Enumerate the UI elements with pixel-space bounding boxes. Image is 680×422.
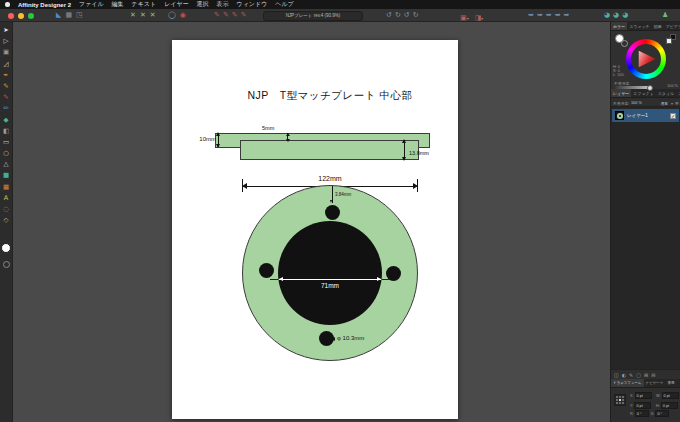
box-select-tool-icon[interactable]: ▣ xyxy=(2,48,11,56)
rectangle-tool-icon[interactable]: ▭ xyxy=(2,138,11,146)
menu-item[interactable]: テキスト xyxy=(132,0,157,9)
arrange-group-icon[interactable]: ➥ xyxy=(564,9,570,22)
layer-name[interactable]: レイヤー1 xyxy=(627,113,648,118)
snap-toggle-icon[interactable]: ✕ xyxy=(130,9,136,22)
panel-tab[interactable]: カラー xyxy=(611,22,627,30)
dropdown-caret-icon[interactable]: ▾ xyxy=(481,16,483,21)
layer-row[interactable]: レイヤー1 ✓ xyxy=(612,109,679,122)
snap-grid-icon[interactable]: ✕ xyxy=(150,9,156,22)
field-input[interactable]: 0 pt xyxy=(634,402,651,409)
app-menu-title[interactable]: Affinity Designer 2 xyxy=(18,2,71,8)
arrange-front-icon[interactable]: ➥ xyxy=(528,9,534,22)
view-tool-icon[interactable]: ◇ xyxy=(2,216,11,224)
field-input[interactable]: 0 pt xyxy=(662,392,679,399)
group-layers-icon[interactable]: ▢ xyxy=(636,372,641,378)
canvas-area[interactable]: NJP T型マッチプレート 中心部 10mm 5mm 13.8mm xyxy=(13,22,610,422)
menu-item[interactable]: 表示 xyxy=(217,0,229,9)
dim-label-step[interactable]: 5mm xyxy=(262,125,274,131)
fill-color-well[interactable] xyxy=(1,243,11,253)
artboard-page[interactable]: NJP T型マッチプレート 中心部 10mm 5mm 13.8mm xyxy=(172,40,458,419)
color-wheel[interactable] xyxy=(626,39,666,79)
panel-tab[interactable]: レイヤー xyxy=(611,89,631,97)
stroke-color-well[interactable] xyxy=(3,261,10,268)
panel-tab[interactable]: アピアランス xyxy=(664,22,680,30)
opacity-slider[interactable] xyxy=(615,86,651,89)
pen-mode-icon[interactable]: ✎ xyxy=(232,9,238,22)
ellipse-tool-icon[interactable]: ○ xyxy=(2,149,11,157)
pixel-persona-icon[interactable]: ▦ xyxy=(65,9,72,22)
panel-tab[interactable]: ストック xyxy=(676,89,680,97)
layer-effects-icon[interactable]: ✎ xyxy=(629,372,633,378)
preview-mode-icon[interactable]: ◕ xyxy=(604,9,610,22)
menu-item[interactable]: レイヤー xyxy=(164,0,188,9)
stroke-swatch[interactable] xyxy=(621,40,628,47)
menu-item[interactable]: ヘルプ xyxy=(275,0,293,9)
shape-tool-icon[interactable]: ■ xyxy=(2,171,11,179)
undo-icon[interactable]: ↺ xyxy=(386,9,392,22)
panel-menu-icon[interactable]: ≡ xyxy=(675,100,679,106)
close-window-button[interactable] xyxy=(8,13,14,19)
layer-thumbnail[interactable] xyxy=(615,111,624,120)
dim-label-edge-gap[interactable]: 3.84mm xyxy=(335,192,351,197)
pen-mode-icon[interactable]: ✎ xyxy=(214,9,220,22)
arrange-back-icon[interactable]: ➥ xyxy=(555,9,561,22)
fill-tool-icon[interactable]: ◆ xyxy=(2,116,11,124)
designer-persona-icon[interactable]: ◣ xyxy=(56,9,61,22)
dim-label-thickness[interactable]: 10mm xyxy=(190,136,216,142)
minimize-window-button[interactable] xyxy=(18,13,24,19)
add-layer-icon[interactable]: ⊞ xyxy=(644,372,648,378)
account-icon[interactable]: ♟ xyxy=(662,9,668,22)
pen-mode-icon[interactable]: ✎ xyxy=(223,9,229,22)
redo-icon[interactable]: ↻ xyxy=(395,9,401,22)
dim-label-bolt-hole[interactable]: φ 10.3mm xyxy=(337,335,364,341)
field-input[interactable]: 0 pt xyxy=(661,402,678,409)
dim-label-outer-dia[interactable]: 122mm xyxy=(300,175,360,182)
opacity-knob[interactable] xyxy=(647,85,653,91)
grid-tool-icon[interactable]: ▦ xyxy=(2,183,11,191)
center-bore-circle[interactable] xyxy=(278,221,382,325)
pencil-tool-icon[interactable]: ✎ xyxy=(2,82,11,90)
dropdown-caret-icon[interactable]: ▾ xyxy=(467,16,469,21)
retina-view-icon[interactable]: ◕ xyxy=(622,9,628,22)
layer-list[interactable]: レイヤー1 ✓ xyxy=(611,107,680,369)
panel-tab[interactable]: トランスフォーム xyxy=(611,379,644,387)
delete-layer-icon[interactable]: ⊟ xyxy=(651,372,655,378)
brush-tool-icon[interactable]: ✎ xyxy=(2,93,11,101)
menu-item[interactable]: 編集 xyxy=(112,0,124,9)
apple-menu-icon[interactable] xyxy=(5,2,10,7)
transparency-tool-icon[interactable]: ◧ xyxy=(2,127,11,135)
pen-tool-icon[interactable]: ✒ xyxy=(2,71,11,79)
panel-tab[interactable]: 履歴 xyxy=(665,379,676,387)
mask-layer-icon[interactable]: ◫ xyxy=(614,372,619,378)
pixel-view-icon[interactable]: ◕ xyxy=(613,9,619,22)
anchor-selector[interactable] xyxy=(614,394,626,406)
corner-tool-icon[interactable]: ◿ xyxy=(2,60,11,68)
document-tab[interactable]: NJPプレート rev.4 (90.9%) xyxy=(263,11,363,21)
layer-opacity-value[interactable]: 100 % xyxy=(631,101,642,105)
panel-tab[interactable]: エフェクト xyxy=(631,89,655,97)
snap-candidates-icon[interactable]: ✕ xyxy=(140,9,146,22)
node-tool-icon[interactable]: ▷ xyxy=(2,37,11,45)
chevron-down-icon[interactable]: ▾ xyxy=(671,101,673,106)
arrange-forward-icon[interactable]: ➥ xyxy=(537,9,543,22)
menu-item[interactable]: ファイル xyxy=(79,0,104,9)
menu-item[interactable]: 選択 xyxy=(197,0,209,9)
blend-mode-select[interactable]: 通常 xyxy=(660,101,668,106)
boss-section-rect[interactable] xyxy=(240,140,419,160)
panel-tab[interactable]: 効果 xyxy=(652,22,664,30)
adjustment-layer-icon[interactable]: ◐ xyxy=(622,372,626,378)
white-swatch[interactable] xyxy=(666,38,672,44)
insert-inside-icon[interactable]: ◉ xyxy=(180,9,186,22)
panel-tab[interactable]: ナビゲータ xyxy=(644,379,666,387)
export-persona-icon[interactable]: ◳ xyxy=(76,9,83,22)
field-input[interactable]: 0 pt xyxy=(635,392,652,399)
panel-tab[interactable]: スタイル xyxy=(656,89,676,97)
dim-label-boss-height[interactable]: 13.8mm xyxy=(409,150,429,156)
zoom-window-button[interactable] xyxy=(28,13,34,19)
text-tool-icon[interactable]: A xyxy=(2,194,11,202)
zoom-tool-icon[interactable]: ◌ xyxy=(2,205,11,213)
export-slice-icon[interactable]: ▣ xyxy=(460,14,467,22)
triangle-tool-icon[interactable]: △ xyxy=(2,160,11,168)
pen-mode-icon[interactable]: ✎ xyxy=(241,9,247,22)
vector-brush-tool-icon[interactable]: ✏ xyxy=(2,104,11,112)
